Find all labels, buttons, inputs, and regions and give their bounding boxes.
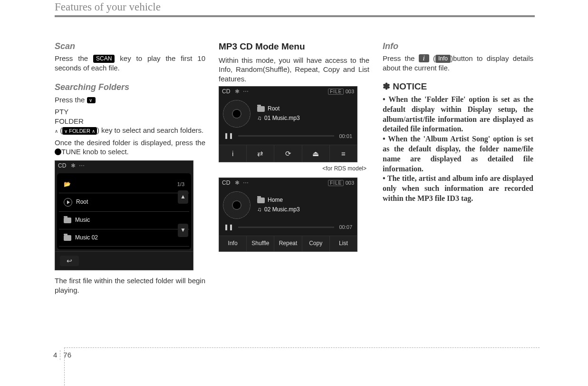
scroll-up-button: ▲ — [178, 190, 188, 204]
progress-bar — [238, 227, 334, 228]
scan-text-before: Press the — [55, 54, 93, 62]
progress-bar — [238, 135, 334, 137]
list-counter: 1/3 — [177, 181, 184, 188]
pty-top: PTY — [55, 107, 205, 117]
searching-heading: Searching Folders — [55, 82, 205, 93]
scan-paragraph: Press the SCAN key to play the first 10 … — [55, 54, 205, 72]
page-header: Features of your vehicle — [0, 0, 588, 14]
play-icon — [64, 198, 72, 207]
elapsed-time: 00:07 — [339, 224, 352, 230]
pause-icon: ❚❚ — [224, 132, 233, 140]
info-paragraph: Press the i (Info)button to display deta… — [383, 54, 533, 72]
info-i-icon: i — [419, 54, 429, 62]
after-screen-text: The first file within the selected folde… — [55, 276, 205, 295]
searching-after: key to select and search folders. — [101, 126, 203, 134]
page-footer: 4 76 — [0, 347, 588, 348]
music-note-icon: ♫ — [257, 206, 261, 214]
source-label: CD — [58, 162, 66, 170]
searching-paragraph-1: Press the ∨ — [55, 95, 205, 105]
folder-key: ∨ FOLDER ∧ — [62, 127, 97, 135]
disc-icon — [223, 191, 251, 219]
list-item: Music — [75, 217, 90, 224]
scan-key: SCAN — [93, 55, 115, 63]
pause-icon: ❚❚ — [224, 224, 233, 231]
scroll-down-button: ▼ — [178, 224, 188, 237]
menu-shuffle: Shuffle — [247, 236, 274, 251]
column-3: Info Press the i (Info)button to display… — [383, 41, 533, 298]
menu-shuffle-icon: ⇄ — [247, 145, 274, 162]
menu-repeat: Repeat — [274, 236, 302, 251]
menu-copy-icon: ⏏ — [302, 145, 330, 162]
pty-bottom: FOLDER — [55, 117, 205, 126]
file-badge: FILE — [328, 89, 344, 95]
source-label: CD — [222, 88, 230, 96]
np-track: 02 Music.mp3 — [264, 206, 300, 214]
disc-icon — [223, 100, 251, 128]
menu-info-icon: i — [219, 145, 247, 162]
np-track: 01 Music.mp3 — [264, 115, 300, 122]
section-number: 4 — [53, 350, 60, 360]
music-note-icon: ♫ — [257, 115, 261, 122]
pty-folder-key: ∨ — [87, 97, 96, 103]
list-item: Music 02 — [75, 234, 98, 242]
column-2: MP3 CD Mode Menu Within this mode, you w… — [219, 41, 369, 298]
menu-list: List — [330, 236, 357, 251]
list-item: Root — [76, 198, 88, 206]
mp3-intro: Within this mode, you will have access t… — [219, 56, 369, 84]
file-number: 003 — [346, 180, 354, 186]
folder-icon — [257, 198, 265, 203]
notice-body: • When the 'Folder File' option is set a… — [383, 95, 533, 204]
scan-heading: Scan — [55, 41, 205, 52]
searching-before: Press the — [55, 96, 87, 104]
now-playing-screen-b: CD ✱ ⋯ FILE 003 Home ♫02 Music.mp3 ❚❚ 00… — [219, 178, 357, 252]
info-key: Info — [435, 55, 451, 63]
menu-info: Info — [219, 236, 247, 251]
folder-icon — [64, 218, 71, 223]
menu-copy: Copy — [302, 236, 330, 251]
np-folder: Root — [268, 105, 280, 113]
searching-paragraph-2: Once the desired folder is displayed, pr… — [55, 138, 205, 157]
tune-knob-icon — [55, 148, 61, 155]
rds-caption: <for RDS model> — [219, 165, 366, 173]
info-before: Press the — [383, 54, 419, 62]
notice-bullet: When the 'Album Artist Song' option is s… — [383, 135, 533, 172]
column-1: Scan Press the SCAN key to play the firs… — [55, 41, 205, 298]
searching-line2-after: TUNE knob to select. — [61, 148, 129, 156]
folder-up-icon: 📂 — [64, 181, 71, 188]
elapsed-time: 00:01 — [339, 133, 352, 139]
back-button — [60, 256, 79, 266]
menu-list-icon: ≡ — [330, 145, 357, 162]
source-label: CD — [222, 179, 230, 187]
notice-heading: ✽ NOTICE — [383, 81, 533, 93]
file-number: 003 — [346, 89, 354, 94]
info-heading: Info — [383, 41, 533, 52]
now-playing-screen-a: CD ✱ ⋯ FILE 003 Root ♫01 Music.mp3 ❚❚ 00… — [219, 86, 357, 162]
np-folder: Home — [268, 197, 283, 204]
notice-bullet: When the 'Folder File' option is set as … — [383, 95, 533, 133]
menu-repeat-icon: ⟳ — [274, 145, 302, 162]
notice-bullet: The title, artist and album info are dis… — [383, 174, 533, 202]
searching-line2-before: Once the desired folder is displayed, pr… — [55, 139, 205, 147]
page-number: 76 — [63, 350, 71, 360]
mp3-menu-heading: MP3 CD Mode Menu — [219, 41, 369, 53]
folder-icon — [257, 106, 265, 112]
folder-icon — [64, 235, 71, 241]
folder-list-screen: CD ✱ ⋯ 📂 1/3 Root Music — [55, 160, 193, 271]
file-badge: FILE — [328, 180, 344, 186]
